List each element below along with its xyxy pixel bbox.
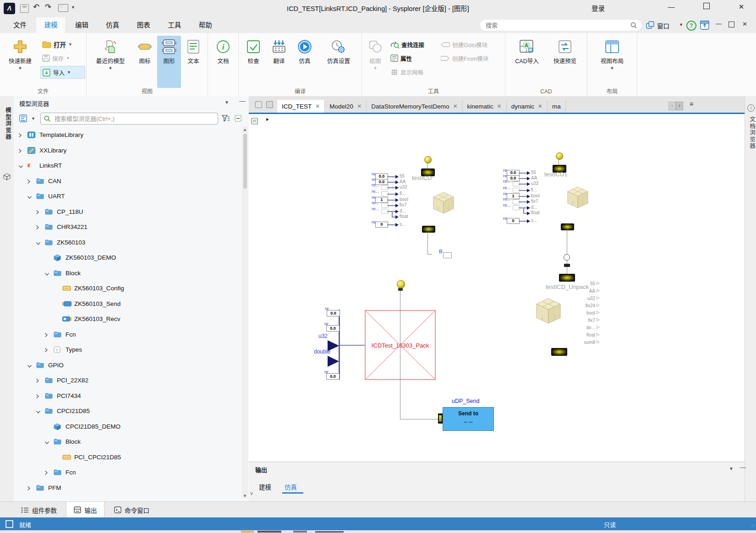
doc-browser-icon[interactable]: i — [747, 104, 755, 112]
doc-tab-DataStoreMemoryTestDemo[interactable]: DataStoreMemoryTestDemo✕ — [367, 100, 462, 113]
tab-command-window[interactable]: 命令窗口 — [107, 502, 157, 518]
doc-minimize-icon[interactable]: — — [716, 20, 722, 27]
input-port-arrow[interactable] — [395, 210, 399, 213]
diagram-canvas[interactable]: ▸ testICD B testICD1 testICD_Unpack — [249, 114, 745, 462]
tree-expand-icon[interactable] — [44, 346, 50, 354]
lamp-node[interactable] — [556, 152, 563, 160]
cad-import-button[interactable]: A CAD导入 — [510, 36, 544, 88]
menu-tools[interactable]: 工具 — [160, 17, 189, 33]
input-port-arrow[interactable] — [527, 182, 530, 186]
tree-item-CAN[interactable]: CAN — [14, 174, 243, 189]
pin-tab2-icon[interactable] — [266, 101, 273, 108]
input-port-arrow[interactable] — [527, 212, 530, 215]
tree-item-Types[interactable]: tTypes — [14, 343, 243, 358]
show-grid-button[interactable]: 显示网格 — [390, 66, 423, 78]
redo-icon[interactable]: ↷ — [45, 2, 51, 12]
input-port-arrow[interactable] — [395, 175, 399, 179]
tree-item-ZK560103_Send[interactable]: ZK560103_Send — [14, 297, 243, 312]
input-port-arrow[interactable] — [527, 189, 530, 192]
constant-box[interactable]: 0.0 — [326, 325, 340, 332]
tree-item-TemplateLibrary[interactable]: TemplateLibrary — [14, 128, 243, 143]
tree-item-PCI_CPCI21D85[interactable]: PCI_CPCI21D85 — [14, 450, 243, 465]
panel-chevron-icon[interactable]: ∨ — [250, 490, 253, 496]
output-port-arrow[interactable]: ▷ — [597, 325, 600, 329]
doc-tab-dynamic[interactable]: dynamic✕ — [507, 100, 548, 113]
menu-chart[interactable]: 图表 — [129, 17, 158, 33]
minimize-button[interactable]: — — [661, 0, 681, 14]
check-button[interactable]: 检查 — [241, 36, 265, 88]
doc-close-icon[interactable]: ✕ — [742, 21, 747, 27]
doc-tab-Model20[interactable]: Model20✕ — [325, 100, 367, 113]
tab-component-params[interactable]: 组件参数 — [14, 502, 64, 518]
document-browser-strip-tab[interactable]: 文档浏览器 — [748, 116, 756, 150]
tree-collapse-icon[interactable] — [44, 270, 50, 278]
tree-expand-icon[interactable] — [27, 178, 33, 186]
input-port-arrow[interactable] — [527, 177, 530, 180]
component-cube-icon[interactable] — [3, 173, 11, 180]
translate-button[interactable]: 翻译 — [267, 36, 291, 88]
output-port-arrow[interactable]: ▷ — [597, 303, 600, 307]
quick-access-dropdown-icon[interactable]: ▼ — [71, 5, 75, 10]
tree-expand-icon[interactable] — [44, 469, 50, 477]
window-menu[interactable]: 窗口 — [657, 21, 669, 30]
input-port-arrow[interactable] — [395, 186, 399, 190]
output-collapse-icon[interactable]: — — [740, 464, 746, 471]
input-port-arrow[interactable] — [527, 200, 530, 204]
output-port-arrow[interactable]: ▷ — [597, 332, 600, 337]
tree-collapse-icon[interactable] — [27, 362, 33, 370]
tree-expand-icon[interactable] — [36, 392, 41, 401]
close-button[interactable]: ✕ — [731, 0, 751, 14]
doc-tab-kinematic[interactable]: kinematic✕ — [463, 100, 507, 113]
doc-tab-ICD_TEST[interactable]: ICD_TEST✕ — [277, 100, 325, 113]
quick-preview-button[interactable]: 快速预览 — [548, 36, 582, 88]
input-port-arrow[interactable] — [395, 180, 399, 184]
output-port-arrow[interactable]: ▷ — [597, 295, 600, 300]
tree-item-CPCI21D85[interactable]: CPCI21D85 — [14, 404, 243, 419]
input-port-arrow[interactable] — [395, 192, 399, 196]
window-menu-dropdown-icon[interactable]: ▼ — [679, 22, 683, 27]
tree-collapse-icon[interactable] — [27, 193, 33, 201]
input-port-arrow[interactable] — [527, 171, 530, 175]
output-port-arrow[interactable]: ▷ — [597, 281, 600, 285]
help-icon[interactable]: ? — [686, 21, 696, 31]
output-dropdown-icon[interactable]: ▼ — [729, 466, 734, 471]
doc-tab-ma[interactable]: ma — [548, 100, 566, 113]
properties-button[interactable]: 属性 — [390, 52, 412, 64]
tree-item-PFM[interactable]: PFM — [14, 481, 243, 496]
package-cube[interactable] — [433, 192, 454, 216]
recent-models-button[interactable]: 最近的模型 ▼ — [89, 36, 131, 88]
scroll-down-icon[interactable]: ▼ — [242, 494, 248, 498]
output-port-arrow[interactable]: ▷ — [597, 310, 600, 315]
lamp-node[interactable] — [424, 156, 432, 163]
input-port-arrow[interactable] — [395, 204, 399, 207]
maximize-button[interactable] — [696, 0, 717, 14]
view-layout-button[interactable]: 视图布局 ▼ — [596, 36, 629, 88]
tree-item-Fcn[interactable]: Fcn — [14, 327, 243, 343]
udp-send-block[interactable]: Send to ... ... — [443, 407, 494, 431]
scroll-up-icon[interactable]: ▲ — [242, 126, 248, 133]
tree-expand-icon[interactable] — [18, 131, 24, 140]
menu-file[interactable]: 文件 — [5, 17, 34, 33]
goto-tag-box[interactable] — [443, 252, 452, 258]
save-quick-icon[interactable] — [20, 4, 29, 13]
bus-block[interactable] — [422, 226, 435, 233]
restore-up-icon[interactable] — [700, 21, 709, 30]
quick-new-button[interactable]: 快速新建 ▼ — [4, 36, 37, 88]
output-tab-modeling[interactable]: 建模 — [259, 482, 271, 491]
tree-item-GPIO[interactable]: GPIO — [14, 358, 243, 373]
tree-item-Block[interactable]: Block — [14, 435, 243, 450]
simulate-button[interactable]: 仿真 — [293, 36, 317, 88]
tree-collapse-icon[interactable] — [44, 438, 50, 446]
input-port-arrow[interactable] — [527, 206, 530, 210]
tab-close-icon[interactable]: ✕ — [357, 103, 362, 109]
tree-item-CP_118U[interactable]: CP_118U — [14, 205, 243, 220]
input-port-arrow[interactable] — [395, 223, 399, 227]
tree-item-PCI7434[interactable]: PCI7434 — [14, 389, 243, 404]
input-port-arrow[interactable] — [527, 219, 530, 223]
tree-expand-icon[interactable] — [36, 208, 41, 217]
tree-item-UART[interactable]: UART — [14, 189, 243, 204]
tree-scrollbar[interactable]: ▲ ▼ — [242, 126, 248, 498]
tree-item-ZK560103[interactable]: ZK560103 — [14, 235, 243, 250]
constant-box[interactable]: 0.0 — [327, 310, 340, 316]
tab-close-icon[interactable]: ✕ — [315, 103, 320, 109]
